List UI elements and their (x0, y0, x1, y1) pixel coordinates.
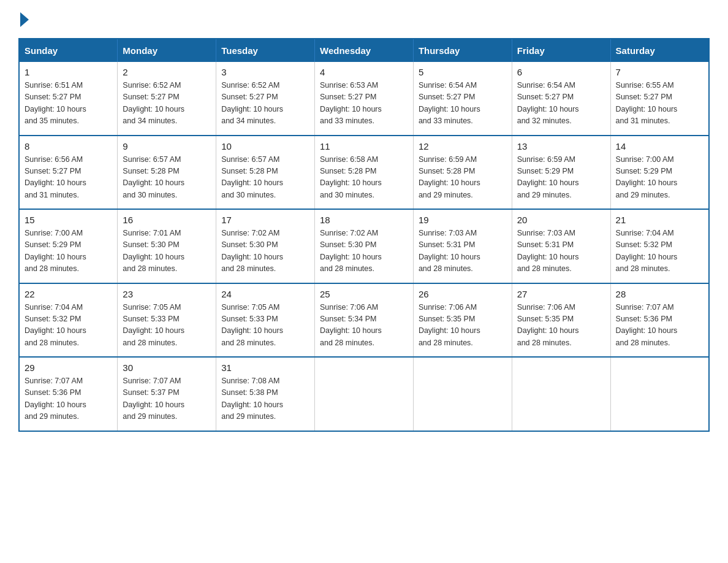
day-info: Sunrise: 7:05 AM Sunset: 5:33 PM Dayligh… (123, 302, 211, 350)
calendar-day-cell: 8 Sunrise: 6:56 AM Sunset: 5:27 PM Dayli… (19, 136, 118, 210)
calendar-day-cell: 5 Sunrise: 6:54 AM Sunset: 5:27 PM Dayli… (413, 62, 512, 136)
day-number: 11 (320, 141, 408, 151)
calendar-day-cell: 30 Sunrise: 7:07 AM Sunset: 5:37 PM Dayl… (118, 357, 216, 431)
calendar-week-row: 8 Sunrise: 6:56 AM Sunset: 5:27 PM Dayli… (19, 136, 709, 210)
day-info: Sunrise: 7:07 AM Sunset: 5:37 PM Dayligh… (123, 375, 211, 423)
day-info: Sunrise: 6:56 AM Sunset: 5:27 PM Dayligh… (25, 154, 112, 202)
calendar-day-cell: 16 Sunrise: 7:01 AM Sunset: 5:30 PM Dayl… (118, 209, 216, 283)
calendar-day-cell: 20 Sunrise: 7:03 AM Sunset: 5:31 PM Dayl… (512, 209, 610, 283)
weekday-header: Monday (118, 39, 216, 62)
calendar-day-cell: 26 Sunrise: 7:06 AM Sunset: 5:35 PM Dayl… (413, 283, 512, 358)
day-number: 14 (616, 141, 703, 151)
day-number: 31 (221, 362, 309, 373)
day-number: 17 (221, 215, 309, 225)
calendar-day-cell: 15 Sunrise: 7:00 AM Sunset: 5:29 PM Dayl… (19, 209, 118, 283)
day-number: 3 (221, 67, 309, 77)
day-number: 30 (123, 362, 211, 373)
calendar-day-cell (512, 357, 610, 431)
calendar-day-cell: 31 Sunrise: 7:08 AM Sunset: 5:38 PM Dayl… (216, 357, 315, 431)
weekday-header: Thursday (413, 39, 512, 62)
day-number: 22 (25, 289, 112, 299)
calendar-day-cell: 21 Sunrise: 7:04 AM Sunset: 5:32 PM Dayl… (610, 209, 709, 283)
day-number: 25 (320, 289, 408, 299)
calendar-day-cell: 3 Sunrise: 6:52 AM Sunset: 5:27 PM Dayli… (216, 62, 315, 136)
day-number: 28 (616, 289, 703, 299)
weekday-header: Sunday (19, 39, 118, 62)
day-info: Sunrise: 7:04 AM Sunset: 5:32 PM Dayligh… (616, 228, 703, 275)
weekday-header: Saturday (610, 39, 709, 62)
calendar-day-cell: 29 Sunrise: 7:07 AM Sunset: 5:36 PM Dayl… (19, 357, 118, 431)
day-number: 21 (616, 215, 703, 225)
day-info: Sunrise: 7:02 AM Sunset: 5:30 PM Dayligh… (320, 228, 408, 275)
day-info: Sunrise: 6:58 AM Sunset: 5:28 PM Dayligh… (320, 154, 408, 202)
day-number: 15 (25, 215, 112, 225)
calendar-day-cell: 6 Sunrise: 6:54 AM Sunset: 5:27 PM Dayli… (512, 62, 610, 136)
day-info: Sunrise: 6:52 AM Sunset: 5:27 PM Dayligh… (221, 80, 309, 128)
calendar-week-row: 29 Sunrise: 7:07 AM Sunset: 5:36 PM Dayl… (19, 357, 709, 431)
day-info: Sunrise: 6:53 AM Sunset: 5:27 PM Dayligh… (320, 80, 408, 128)
day-info: Sunrise: 7:03 AM Sunset: 5:31 PM Dayligh… (419, 228, 507, 275)
day-info: Sunrise: 7:07 AM Sunset: 5:36 PM Dayligh… (25, 375, 112, 423)
day-info: Sunrise: 7:08 AM Sunset: 5:38 PM Dayligh… (221, 375, 309, 423)
day-info: Sunrise: 7:01 AM Sunset: 5:30 PM Dayligh… (123, 228, 211, 275)
day-number: 19 (419, 215, 507, 225)
calendar-day-cell: 9 Sunrise: 6:57 AM Sunset: 5:28 PM Dayli… (118, 136, 216, 210)
day-info: Sunrise: 6:51 AM Sunset: 5:27 PM Dayligh… (25, 80, 112, 128)
calendar-day-cell (413, 357, 512, 431)
day-info: Sunrise: 7:00 AM Sunset: 5:29 PM Dayligh… (25, 228, 112, 275)
day-number: 26 (419, 289, 507, 299)
day-number: 12 (419, 141, 507, 151)
day-info: Sunrise: 7:02 AM Sunset: 5:30 PM Dayligh… (221, 228, 309, 275)
page-header (18, 12, 710, 27)
calendar-day-cell (610, 357, 709, 431)
day-info: Sunrise: 7:07 AM Sunset: 5:36 PM Dayligh… (616, 302, 703, 350)
calendar-day-cell: 23 Sunrise: 7:05 AM Sunset: 5:33 PM Dayl… (118, 283, 216, 358)
calendar-day-cell: 11 Sunrise: 6:58 AM Sunset: 5:28 PM Dayl… (315, 136, 414, 210)
day-number: 18 (320, 215, 408, 225)
calendar-day-cell: 22 Sunrise: 7:04 AM Sunset: 5:32 PM Dayl… (19, 283, 118, 358)
day-info: Sunrise: 6:57 AM Sunset: 5:28 PM Dayligh… (221, 154, 309, 202)
calendar-day-cell: 17 Sunrise: 7:02 AM Sunset: 5:30 PM Dayl… (216, 209, 315, 283)
calendar-day-cell: 19 Sunrise: 7:03 AM Sunset: 5:31 PM Dayl… (413, 209, 512, 283)
day-number: 10 (221, 141, 309, 151)
calendar-day-cell (315, 357, 414, 431)
day-number: 24 (221, 289, 309, 299)
day-info: Sunrise: 7:05 AM Sunset: 5:33 PM Dayligh… (221, 302, 309, 350)
day-number: 4 (320, 67, 408, 77)
calendar-week-row: 15 Sunrise: 7:00 AM Sunset: 5:29 PM Dayl… (19, 209, 709, 283)
calendar-day-cell: 24 Sunrise: 7:05 AM Sunset: 5:33 PM Dayl… (216, 283, 315, 358)
day-info: Sunrise: 6:54 AM Sunset: 5:27 PM Dayligh… (517, 80, 605, 128)
day-number: 5 (419, 67, 507, 77)
weekday-header: Tuesday (216, 39, 315, 62)
day-info: Sunrise: 6:55 AM Sunset: 5:27 PM Dayligh… (616, 80, 703, 128)
day-number: 7 (616, 67, 703, 77)
day-number: 27 (517, 289, 605, 299)
day-number: 13 (517, 141, 605, 151)
weekday-header: Wednesday (315, 39, 414, 62)
calendar-day-cell: 18 Sunrise: 7:02 AM Sunset: 5:30 PM Dayl… (315, 209, 414, 283)
calendar-day-cell: 25 Sunrise: 7:06 AM Sunset: 5:34 PM Dayl… (315, 283, 414, 358)
day-number: 9 (123, 141, 211, 151)
day-number: 29 (25, 362, 112, 373)
day-info: Sunrise: 7:00 AM Sunset: 5:29 PM Dayligh… (616, 154, 703, 202)
day-info: Sunrise: 7:06 AM Sunset: 5:34 PM Dayligh… (320, 302, 408, 350)
day-info: Sunrise: 7:03 AM Sunset: 5:31 PM Dayligh… (517, 228, 605, 275)
day-number: 6 (517, 67, 605, 77)
calendar-header-row: SundayMondayTuesdayWednesdayThursdayFrid… (19, 39, 709, 62)
day-number: 20 (517, 215, 605, 225)
weekday-header: Friday (512, 39, 610, 62)
calendar-day-cell: 10 Sunrise: 6:57 AM Sunset: 5:28 PM Dayl… (216, 136, 315, 210)
calendar-day-cell: 4 Sunrise: 6:53 AM Sunset: 5:27 PM Dayli… (315, 62, 414, 136)
logo (18, 12, 31, 27)
calendar-day-cell: 27 Sunrise: 7:06 AM Sunset: 5:35 PM Dayl… (512, 283, 610, 358)
day-info: Sunrise: 7:06 AM Sunset: 5:35 PM Dayligh… (517, 302, 605, 350)
day-info: Sunrise: 6:59 AM Sunset: 5:29 PM Dayligh… (517, 154, 605, 202)
calendar-day-cell: 7 Sunrise: 6:55 AM Sunset: 5:27 PM Dayli… (610, 62, 709, 136)
day-info: Sunrise: 6:57 AM Sunset: 5:28 PM Dayligh… (123, 154, 211, 202)
day-info: Sunrise: 7:04 AM Sunset: 5:32 PM Dayligh… (25, 302, 112, 350)
calendar-day-cell: 13 Sunrise: 6:59 AM Sunset: 5:29 PM Dayl… (512, 136, 610, 210)
day-number: 16 (123, 215, 211, 225)
day-number: 1 (25, 67, 112, 77)
calendar-table: SundayMondayTuesdayWednesdayThursdayFrid… (18, 38, 710, 432)
calendar-day-cell: 1 Sunrise: 6:51 AM Sunset: 5:27 PM Dayli… (19, 62, 118, 136)
